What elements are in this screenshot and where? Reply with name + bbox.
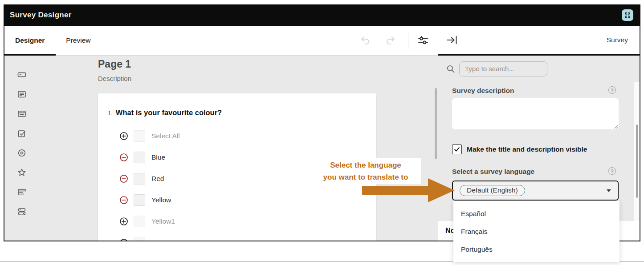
choice-row: Yellow1	[98, 211, 376, 232]
choice-label[interactable]: Red	[151, 175, 164, 183]
choice-checkbox[interactable]	[134, 130, 145, 142]
annotation-callout: Select the language you want to translat…	[310, 158, 421, 184]
help-icon[interactable]: ?	[608, 86, 616, 94]
design-canvas: Page 1 Description 1. What is your favou…	[4, 56, 438, 241]
add-choice-icon[interactable]	[119, 238, 128, 241]
choice-checkbox[interactable]	[134, 237, 145, 241]
choice-row: Yellow	[98, 189, 376, 211]
tab-strip: Designer Preview	[4, 26, 438, 56]
language-option-portugues[interactable]: Português	[453, 241, 620, 258]
canvas-scrollbar-thumb[interactable]	[435, 88, 437, 159]
language-option-francais[interactable]: Français	[453, 223, 620, 241]
choice-checkbox[interactable]	[134, 173, 145, 185]
survey-language-label: Select a survey language	[452, 168, 534, 176]
collapse-arrow-icon	[446, 35, 458, 45]
toolbox-item-rating-scale[interactable]	[17, 168, 26, 177]
add-choice-icon[interactable]	[119, 132, 128, 141]
choice-checkbox[interactable]	[134, 216, 145, 227]
titlebar: Survey Designer	[4, 4, 640, 26]
survey-description-label: Survey description	[452, 87, 514, 95]
tab-preview[interactable]: Preview	[55, 26, 101, 55]
toolbox-item-single-line-input[interactable]	[17, 70, 26, 79]
property-panel-header: Survey	[438, 26, 640, 56]
redo-icon	[385, 36, 395, 45]
remove-choice-icon[interactable]	[119, 196, 128, 205]
annotation-line-2: you want to translate to	[323, 171, 408, 183]
tab-designer[interactable]: Designer	[4, 26, 55, 55]
search-input[interactable]	[459, 61, 547, 76]
language-option-espanol[interactable]: Español	[453, 205, 620, 223]
page-description[interactable]: Description	[98, 75, 131, 82]
panel-scrollbar-track[interactable]	[634, 82, 640, 221]
sliders-icon	[418, 35, 428, 46]
choice-checkbox[interactable]	[134, 194, 145, 206]
language-options-popup: Español Français Português	[453, 201, 620, 262]
choice-checkbox[interactable]	[134, 152, 145, 163]
question-title[interactable]: What is your favourite colour?	[116, 108, 222, 117]
toolbox-item-matrix[interactable]	[17, 188, 26, 197]
expand-icon	[624, 12, 631, 18]
choice-label[interactable]: Yellow	[151, 196, 171, 204]
choice-row: Select All	[98, 125, 376, 147]
toolbox	[17, 70, 26, 216]
toolbar-divider	[408, 33, 408, 49]
choice-label[interactable]: Select All	[151, 132, 180, 140]
search-icon	[446, 64, 455, 73]
property-grid: Survey description ? Make the title and …	[438, 82, 640, 221]
panel-tab-survey[interactable]: Survey	[607, 36, 628, 44]
visibility-checkbox[interactable]	[452, 145, 462, 154]
language-dropdown[interactable]: Default (English)	[452, 181, 619, 201]
app-title: Survey Designer	[10, 11, 72, 20]
choice-row: None	[98, 232, 376, 241]
chevron-down-icon	[607, 189, 611, 192]
toolbox-item-long-text[interactable]	[17, 90, 26, 99]
undo-button[interactable]	[360, 36, 371, 45]
add-choice-icon[interactable]	[119, 217, 128, 226]
property-search-bar	[438, 56, 640, 82]
selected-language-pill: Default (English)	[460, 185, 525, 196]
redo-button[interactable]	[385, 36, 395, 45]
undo-icon	[360, 36, 371, 45]
settings-button[interactable]	[418, 35, 428, 46]
expand-button[interactable]	[622, 9, 633, 21]
toolbar: Designer Preview	[4, 26, 640, 56]
toolbox-item-dropdown[interactable]	[17, 109, 26, 118]
toolbox-item-boolean[interactable]	[17, 207, 26, 216]
page-title[interactable]: Page 1	[98, 58, 131, 70]
question-title-row: 1. What is your favourite colour?	[108, 108, 222, 117]
survey-description-input[interactable]	[452, 98, 619, 129]
toolbox-item-checkboxes[interactable]	[17, 129, 26, 138]
visibility-setting-row: Make the title and description visible	[452, 145, 587, 154]
visibility-label: Make the title and description visible	[467, 145, 587, 153]
panel-scrollbar-thumb[interactable]	[636, 124, 638, 198]
toolbox-item-radio-button-group[interactable]	[17, 149, 26, 157]
choice-label[interactable]: Yellow1	[151, 217, 175, 225]
choice-label[interactable]: None	[151, 239, 168, 241]
choice-label[interactable]: Blue	[151, 153, 165, 161]
annotation-line-1: Select the language	[330, 159, 401, 171]
help-icon[interactable]: ?	[608, 167, 616, 175]
collapse-panel-button[interactable]	[446, 35, 458, 45]
remove-choice-icon[interactable]	[119, 174, 128, 183]
remove-choice-icon[interactable]	[119, 153, 128, 162]
question-number: 1.	[108, 110, 113, 116]
